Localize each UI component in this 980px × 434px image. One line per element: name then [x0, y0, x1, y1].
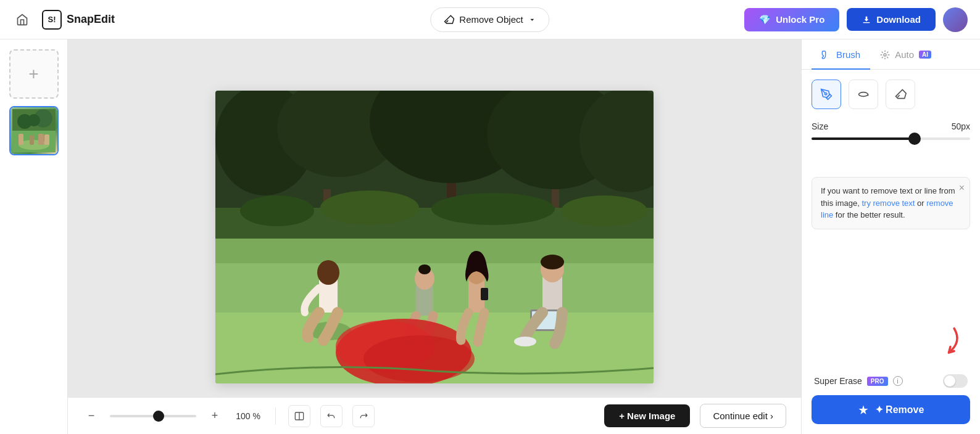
svg-point-46	[514, 337, 536, 346]
svg-point-43	[541, 255, 564, 269]
remove-button[interactable]: ✦ Remove	[812, 395, 970, 424]
size-row: Size 50px	[812, 121, 970, 131]
header: S! SnapEdit Remove Object 💎 Unlock Pro D…	[0, 0, 980, 39]
main-layout: +	[0, 39, 980, 434]
tooltip-close-button[interactable]: ×	[959, 182, 965, 194]
svg-rect-6	[19, 134, 23, 145]
unlock-pro-button[interactable]: 💎 Unlock Pro	[744, 8, 839, 31]
svg-rect-9	[44, 134, 49, 145]
super-erase-row: Super Erase PRO i	[812, 374, 970, 388]
header-left: S! SnapEdit	[12, 10, 115, 30]
size-slider-thumb	[908, 133, 921, 145]
image-thumbnail[interactable]	[9, 106, 59, 155]
tooltip-or: or	[915, 199, 926, 208]
size-slider-fill	[812, 137, 915, 140]
redo-icon	[359, 411, 368, 421]
remove-label: ✦ Remove	[875, 404, 924, 416]
download-button[interactable]: Download	[847, 8, 936, 31]
eraser-tool-icon	[894, 88, 907, 100]
eraser-icon	[443, 14, 454, 25]
main-image-container	[215, 91, 654, 383]
split-view-button[interactable]	[288, 405, 310, 427]
sidebar: +	[0, 39, 68, 434]
download-label: Download	[876, 14, 921, 25]
new-image-label: + New Image	[619, 411, 675, 421]
redo-button[interactable]	[352, 405, 375, 427]
panel-bottom: Super Erase PRO i ✦ Remove	[802, 366, 980, 434]
bottom-toolbar: − + 100 % + New Image Continue edit ›	[68, 397, 801, 434]
download-icon	[862, 15, 871, 25]
zoom-in-button[interactable]: +	[206, 407, 223, 425]
svg-point-30	[317, 260, 339, 285]
svg-point-50	[825, 93, 827, 95]
svg-point-49	[884, 54, 886, 56]
sparkle-icon	[858, 404, 869, 416]
auto-icon	[880, 50, 890, 60]
right-panel: Brush Auto AI	[801, 39, 980, 434]
undo-button[interactable]	[320, 405, 343, 427]
logo-text: SnapEdit	[67, 13, 115, 26]
gem-icon: 💎	[759, 14, 771, 25]
super-erase-toggle[interactable]	[943, 374, 968, 388]
remove-object-label: Remove Object	[459, 14, 523, 25]
size-slider[interactable]	[812, 137, 970, 140]
thumbnail-image	[10, 107, 57, 154]
toolbar-divider-1	[275, 407, 276, 425]
freehand-brush-button[interactable]	[812, 80, 841, 109]
brush-icon	[821, 50, 831, 60]
size-value: 50px	[952, 121, 970, 131]
ai-badge: AI	[919, 51, 931, 59]
svg-point-26	[431, 193, 555, 225]
svg-point-4	[28, 114, 40, 126]
header-center: Remove Object	[430, 7, 549, 32]
new-image-button[interactable]: + New Image	[604, 404, 690, 427]
plus-icon: +	[28, 64, 38, 84]
add-image-button[interactable]: +	[9, 49, 59, 99]
tab-auto[interactable]: Auto AI	[870, 39, 941, 70]
super-erase-label: Super Erase PRO i	[814, 376, 903, 386]
zoom-slider[interactable]	[110, 415, 196, 417]
svg-rect-40	[481, 288, 488, 300]
eraser-tool-button[interactable]	[886, 80, 915, 109]
auto-tab-label: Auto	[895, 49, 914, 60]
svg-rect-8	[38, 134, 44, 145]
logo-icon: S!	[42, 10, 62, 30]
zoom-thumb	[153, 411, 164, 422]
main-canvas-image	[215, 91, 654, 383]
undo-icon	[326, 411, 336, 421]
brush-tab-label: Brush	[836, 49, 860, 60]
lasso-button[interactable]	[849, 80, 878, 109]
thumbnail-preview	[12, 109, 56, 152]
header-right: 💎 Unlock Pro Download	[744, 7, 968, 32]
zoom-out-button[interactable]: −	[83, 407, 100, 425]
remove-object-button[interactable]: Remove Object	[430, 7, 549, 32]
panel-tabs: Brush Auto AI	[802, 39, 980, 70]
zoom-value: 100 %	[233, 411, 263, 421]
continue-edit-button[interactable]: Continue edit ›	[700, 404, 786, 428]
canvas-area[interactable]: − + 100 % + New Image Continue edit ›	[68, 39, 801, 434]
panel-content: Size 50px × If you want to remove text o…	[802, 70, 980, 366]
unlock-pro-label: Unlock Pro	[776, 14, 824, 25]
home-button[interactable]	[12, 10, 32, 30]
pro-badge: PRO	[867, 377, 888, 386]
tooltip-suffix: for the better result.	[833, 210, 905, 219]
size-label: Size	[812, 121, 828, 131]
chevron-down-icon	[528, 15, 537, 24]
toggle-thumb	[944, 375, 955, 387]
svg-point-27	[561, 195, 647, 226]
logo: S! SnapEdit	[42, 10, 115, 30]
tooltip-box: × If you want to remove text or line fro…	[812, 177, 970, 229]
continue-edit-label: Continue edit ›	[713, 411, 773, 421]
super-erase-text: Super Erase	[814, 376, 862, 386]
try-remove-text-link[interactable]: try remove text	[862, 199, 915, 208]
brush-tools-row	[812, 80, 970, 109]
split-icon	[294, 411, 304, 421]
svg-point-24	[240, 195, 314, 226]
freehand-icon	[820, 88, 833, 100]
svg-point-34	[418, 264, 431, 274]
info-icon[interactable]: i	[893, 376, 903, 386]
user-avatar[interactable]	[943, 7, 968, 32]
lasso-icon	[857, 88, 870, 100]
tab-brush[interactable]: Brush	[812, 39, 870, 70]
svg-point-25	[320, 190, 419, 225]
